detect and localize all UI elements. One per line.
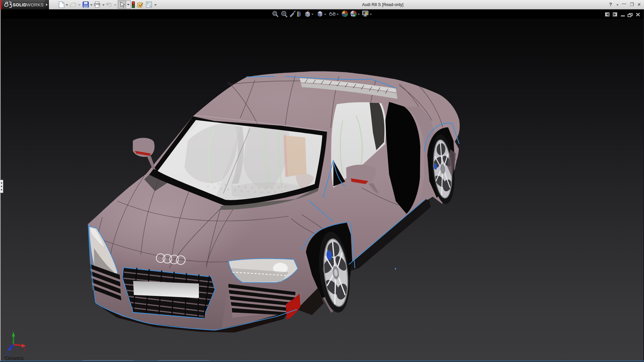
svg-text:x: x <box>23 347 26 352</box>
svg-text:Y: Y <box>11 329 14 334</box>
